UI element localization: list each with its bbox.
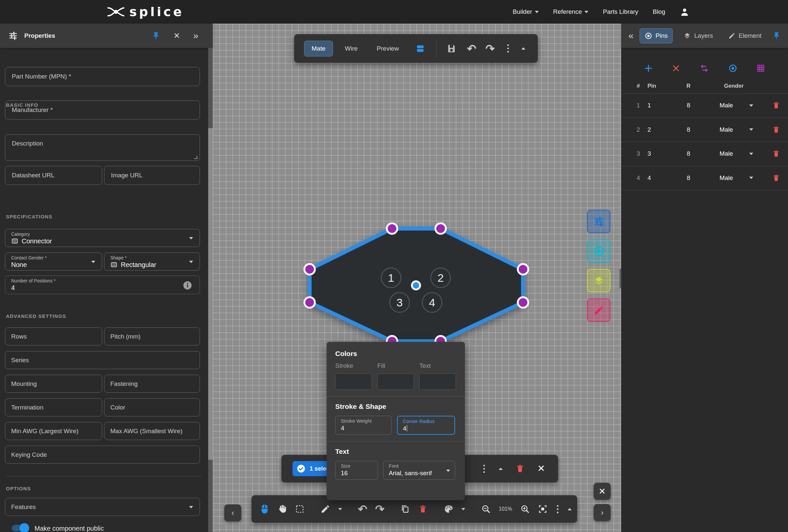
mouse-select-tool[interactable] [260, 504, 269, 514]
rows-field[interactable]: Rows [5, 328, 102, 346]
style-button[interactable] [444, 504, 453, 514]
vertex-handle[interactable] [518, 264, 528, 275]
nav-parts-library[interactable]: Parts Library [603, 8, 638, 16]
undo-button[interactable]: ↶ [467, 43, 476, 54]
scrollbar-thumb[interactable] [208, 128, 213, 460]
gender-chevron-icon[interactable] [749, 177, 753, 179]
corner-radius-field[interactable]: Corner Radius 4 [397, 416, 455, 435]
account-button[interactable] [679, 7, 690, 17]
vertex-handle[interactable] [304, 264, 315, 275]
expand-left-panel-button[interactable]: ‹ [224, 505, 241, 521]
zoom-out-button[interactable] [481, 504, 491, 514]
properties-tool-button[interactable] [587, 210, 610, 233]
remove-pins-button[interactable] [672, 64, 680, 73]
delete-pin-icon[interactable] [772, 125, 781, 134]
redo-button[interactable]: ↷ [485, 43, 495, 54]
min-awg-field[interactable]: Min AWG (Largest Wire) [5, 422, 102, 440]
save-button[interactable] [447, 44, 456, 54]
fastening-field[interactable]: Fastening [104, 375, 200, 393]
stroke-weight-field[interactable]: Stroke Weight 4 [335, 416, 392, 435]
make-public-toggle[interactable] [12, 525, 28, 531]
contact-gender-select[interactable]: Contact Gender * None [5, 253, 102, 271]
datasheet-url-input[interactable] [5, 166, 102, 185]
add-pin-button[interactable] [644, 64, 653, 73]
features-select[interactable]: Features [5, 498, 200, 516]
stroke-color-swatch[interactable] [335, 373, 372, 390]
part-number-input[interactable] [5, 67, 200, 86]
collapse-toolbar-button[interactable] [521, 47, 525, 50]
tab-element[interactable]: Element [724, 29, 766, 43]
delete-selection-icon[interactable] [515, 464, 525, 474]
pins-tool-button[interactable] [587, 239, 610, 263]
delete-pin-icon[interactable] [772, 101, 781, 110]
collapse-panel-icon[interactable]: » [193, 31, 198, 40]
image-url-input[interactable] [104, 166, 200, 185]
splice-logo[interactable]: splice [107, 5, 184, 19]
shape-select[interactable]: Shape * Rectangular [104, 253, 200, 271]
pan-tool[interactable] [277, 504, 287, 514]
canvas-toolbar-more[interactable] [555, 504, 560, 515]
pin-panel-icon[interactable] [772, 32, 781, 40]
more-options-button[interactable] [506, 43, 510, 54]
duplicate-button[interactable] [400, 504, 410, 514]
gender-chevron-icon[interactable] [749, 129, 753, 131]
center-handle[interactable] [412, 281, 420, 290]
gender-chevron-icon[interactable] [749, 104, 753, 107]
wire-mode-button[interactable]: Wire [337, 41, 365, 56]
max-awg-field[interactable]: Max AWG (Smallest Wire) [104, 422, 200, 440]
collapse-right-panel-icon[interactable]: « [628, 31, 634, 40]
gender-chevron-icon[interactable] [749, 153, 753, 155]
pitch-field[interactable]: Pitch (mm) [104, 328, 200, 346]
edit-tool-button[interactable] [587, 298, 610, 322]
vertex-handle[interactable] [435, 223, 446, 234]
vertex-handle[interactable] [387, 223, 397, 234]
pin-target-button[interactable] [728, 64, 737, 73]
preview-mode-button[interactable]: Preview [369, 41, 406, 56]
vertex-handle[interactable] [518, 297, 528, 308]
reorder-pins-button[interactable] [700, 63, 709, 73]
zoom-in-button[interactable] [520, 504, 530, 514]
canvas-undo-button[interactable]: ↶ [358, 504, 368, 515]
expand-right-panel-button[interactable]: › [594, 504, 611, 521]
number-of-positions-field[interactable]: Number of Positions * 4 [5, 276, 200, 294]
delete-pin-icon[interactable] [772, 150, 781, 158]
close-panel-icon[interactable]: ✕ [173, 32, 180, 40]
canvas-toolbar-collapse[interactable] [568, 508, 572, 510]
nav-blog[interactable]: Blog [653, 8, 665, 16]
delete-pin-icon[interactable] [772, 174, 781, 182]
pin-row[interactable]: 3 3 8 Male [621, 142, 788, 166]
color-field[interactable]: Color [104, 398, 200, 416]
fill-color-swatch[interactable] [377, 373, 414, 390]
canvas-redo-button[interactable]: ↷ [375, 504, 385, 515]
font-family-select[interactable]: Font Arial, sans-serif [383, 461, 455, 480]
pin-row[interactable]: 4 4 8 Male [621, 166, 788, 191]
design-canvas[interactable]: 1 2 3 4 Mate Wire Preview [213, 24, 621, 532]
text-color-swatch[interactable] [419, 373, 456, 390]
mounting-field[interactable]: Mounting [5, 375, 102, 393]
pin-row[interactable]: 1 1 8 Male [621, 94, 788, 118]
draw-tool[interactable] [320, 504, 330, 514]
selection-more-button[interactable] [482, 464, 486, 474]
series-field[interactable]: Series [5, 351, 200, 369]
keying-code-field[interactable]: Keying Code [5, 446, 200, 464]
selection-collapse-button[interactable] [499, 468, 503, 470]
delete-button[interactable] [418, 504, 428, 514]
pin-row[interactable]: 2 2 8 Male [621, 118, 788, 142]
deselect-icon[interactable]: ✕ [537, 464, 545, 473]
layers-tool-button[interactable] [587, 269, 610, 292]
category-select[interactable]: Category Connector [5, 229, 200, 247]
properties-scrollbar[interactable] [208, 48, 213, 532]
fit-to-screen-button[interactable] [538, 504, 548, 514]
draw-tool-chevron[interactable] [338, 508, 342, 510]
manufacturer-input[interactable] [5, 100, 200, 120]
layers-stack-icon[interactable] [415, 44, 425, 54]
info-icon[interactable] [182, 280, 192, 290]
style-chevron[interactable] [461, 508, 465, 510]
tab-layers[interactable]: Layers [679, 28, 718, 43]
termination-field[interactable]: Termination [5, 398, 102, 416]
description-textarea[interactable] [5, 134, 200, 161]
font-size-field[interactable]: Size 16 [335, 461, 378, 480]
mate-mode-button[interactable]: Mate [304, 41, 333, 57]
marquee-select-tool[interactable] [295, 504, 305, 514]
tab-pins[interactable]: Pins [639, 28, 673, 43]
